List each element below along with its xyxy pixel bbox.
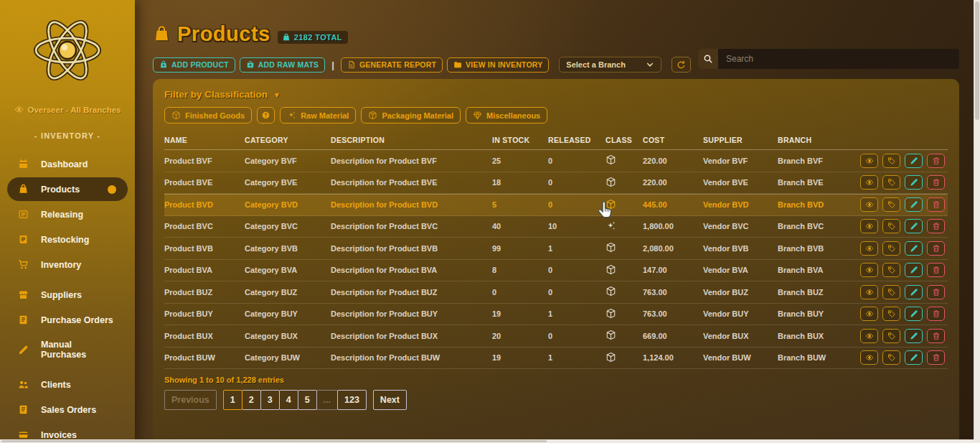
view-button[interactable] bbox=[860, 154, 878, 168]
horizontal-scrollbar[interactable] bbox=[0, 439, 980, 443]
sidebar-item-releasing[interactable]: Releasing bbox=[7, 202, 128, 226]
delete-button[interactable] bbox=[927, 175, 945, 190]
sidebar-item-dashboard[interactable]: Dashboard bbox=[7, 152, 128, 176]
row-actions bbox=[858, 263, 948, 277]
delete-button[interactable] bbox=[927, 154, 945, 168]
delete-button[interactable] bbox=[927, 329, 945, 343]
tags-button[interactable] bbox=[882, 329, 900, 343]
tags-button[interactable] bbox=[882, 263, 900, 277]
edit-button[interactable] bbox=[905, 154, 923, 168]
edit-button[interactable] bbox=[905, 175, 923, 190]
delete-button[interactable] bbox=[927, 241, 945, 256]
refresh-button[interactable] bbox=[672, 57, 691, 73]
edit-button[interactable] bbox=[905, 285, 923, 299]
page-button-4[interactable]: 4 bbox=[279, 390, 298, 410]
cell-class bbox=[606, 220, 643, 233]
people-icon bbox=[18, 379, 29, 390]
table-row[interactable]: Product BVB Category BVB Description for… bbox=[164, 238, 948, 260]
tags-button[interactable] bbox=[882, 285, 900, 299]
table-row[interactable]: Product BVA Category BVA Description for… bbox=[164, 260, 948, 282]
search-input[interactable] bbox=[718, 49, 959, 69]
tags-button[interactable] bbox=[882, 197, 900, 212]
cell-category: Category BVF bbox=[245, 157, 331, 165]
chip-icon[interactable] bbox=[257, 107, 275, 123]
chip-miscellaneous[interactable]: Miscellaneous bbox=[466, 107, 547, 123]
edit-button[interactable] bbox=[905, 219, 923, 233]
tags-button[interactable] bbox=[882, 241, 900, 256]
delete-button[interactable] bbox=[927, 350, 945, 365]
vertical-scrollbar[interactable] bbox=[974, 0, 980, 443]
view-button[interactable] bbox=[860, 307, 878, 321]
sidebar-item-inventory[interactable]: Inventory bbox=[7, 253, 128, 276]
table-row[interactable]: Product BVC Category BVC Description for… bbox=[164, 216, 948, 238]
edit-button[interactable] bbox=[905, 197, 923, 212]
horizontal-scrollbar-thumb[interactable] bbox=[1, 440, 547, 442]
tags-button[interactable] bbox=[882, 154, 900, 168]
page-button-3[interactable]: 3 bbox=[260, 390, 280, 410]
table-row[interactable]: Product BUW Category BUW Description for… bbox=[164, 348, 948, 370]
cell-released: 0 bbox=[548, 178, 606, 187]
search-bar bbox=[698, 49, 959, 69]
chip-label: Finished Goods bbox=[185, 111, 245, 120]
add-product-button[interactable]: ADD PRODUCT bbox=[153, 57, 235, 73]
page-button-123[interactable]: 123 bbox=[337, 390, 367, 410]
chevron-down-icon: ▼ bbox=[273, 91, 281, 99]
sidebar-item-suppliers[interactable]: Suppliers bbox=[7, 283, 128, 307]
filter-title[interactable]: Filter by Classification ▼ bbox=[164, 89, 948, 100]
view-button[interactable] bbox=[860, 263, 878, 277]
tags-button[interactable] bbox=[882, 307, 900, 321]
delete-button[interactable] bbox=[927, 263, 945, 277]
edit-button[interactable] bbox=[905, 263, 923, 277]
eye-icon bbox=[865, 266, 874, 274]
edit-button[interactable] bbox=[905, 350, 923, 365]
sidebar-item-purchase-orders[interactable]: Purchase Orders bbox=[7, 308, 128, 332]
tags-button[interactable] bbox=[882, 219, 900, 233]
edit-button[interactable] bbox=[905, 241, 923, 256]
cell-supplier: Vendor BVA bbox=[703, 266, 778, 274]
sidebar-item-clients[interactable]: Clients bbox=[7, 373, 128, 396]
view-button[interactable] bbox=[860, 175, 878, 190]
box-icon bbox=[171, 111, 181, 120]
edit-button[interactable] bbox=[905, 329, 923, 343]
view-button[interactable] bbox=[860, 219, 878, 233]
sidebar-item-restocking[interactable]: Restocking bbox=[7, 228, 128, 251]
add-raw-mats-button[interactable]: ADD RAW MATS bbox=[240, 57, 325, 73]
view-in-inventory-button[interactable]: VIEW IN INVENTORY bbox=[447, 57, 549, 73]
generate-report-button[interactable]: GENERATE REPORT bbox=[341, 57, 443, 73]
view-button[interactable] bbox=[860, 285, 878, 299]
view-button[interactable] bbox=[860, 350, 878, 365]
tags-button[interactable] bbox=[882, 175, 900, 190]
view-button[interactable] bbox=[860, 329, 878, 343]
sidebar-item-products[interactable]: Products bbox=[7, 177, 128, 201]
view-button[interactable] bbox=[860, 241, 878, 256]
chip-packaging-material[interactable]: Packaging Material bbox=[361, 107, 461, 123]
column-header-branch: BRANCH bbox=[778, 136, 858, 144]
page-button-2[interactable]: 2 bbox=[242, 390, 261, 410]
sidebar-item-sales-orders[interactable]: Sales Orders bbox=[7, 398, 128, 421]
view-button[interactable] bbox=[860, 197, 878, 212]
page-button-next[interactable]: Next bbox=[373, 390, 407, 410]
table-row[interactable]: Product BUZ Category BUZ Description for… bbox=[164, 281, 948, 304]
table-row[interactable]: Product BVD Category BVD Description for… bbox=[164, 194, 948, 216]
delete-button[interactable] bbox=[927, 197, 945, 212]
branch-select[interactable]: Select a Branch bbox=[559, 57, 661, 73]
delete-button[interactable] bbox=[927, 219, 945, 233]
search-icon[interactable] bbox=[698, 49, 718, 69]
table-row[interactable]: Product BVE Category BVE Description for… bbox=[164, 172, 948, 195]
page-button-1[interactable]: 1 bbox=[223, 390, 242, 410]
sidebar-nav: Dashboard Products Releasing Restocking … bbox=[0, 151, 135, 443]
tags-icon bbox=[887, 244, 896, 253]
chip-finished-goods[interactable]: Finished Goods bbox=[164, 107, 252, 123]
delete-button[interactable] bbox=[927, 307, 945, 321]
chip-raw-material[interactable]: Raw Material bbox=[280, 107, 356, 123]
table-row[interactable]: Product BUY Category BUY Description for… bbox=[164, 304, 948, 326]
table-row[interactable]: Product BUX Category BUX Description for… bbox=[164, 325, 948, 348]
page-button-5[interactable]: 5 bbox=[298, 390, 317, 410]
vertical-scrollbar-thumb[interactable] bbox=[975, 1, 979, 120]
cell-description: Description for Product BVF bbox=[331, 157, 492, 165]
table-row[interactable]: Product BVF Category BVF Description for… bbox=[164, 150, 948, 172]
tags-button[interactable] bbox=[882, 350, 900, 365]
edit-button[interactable] bbox=[905, 307, 923, 321]
sidebar-item-manual-purchases[interactable]: Manual Purchases bbox=[7, 333, 128, 366]
delete-button[interactable] bbox=[927, 285, 945, 299]
